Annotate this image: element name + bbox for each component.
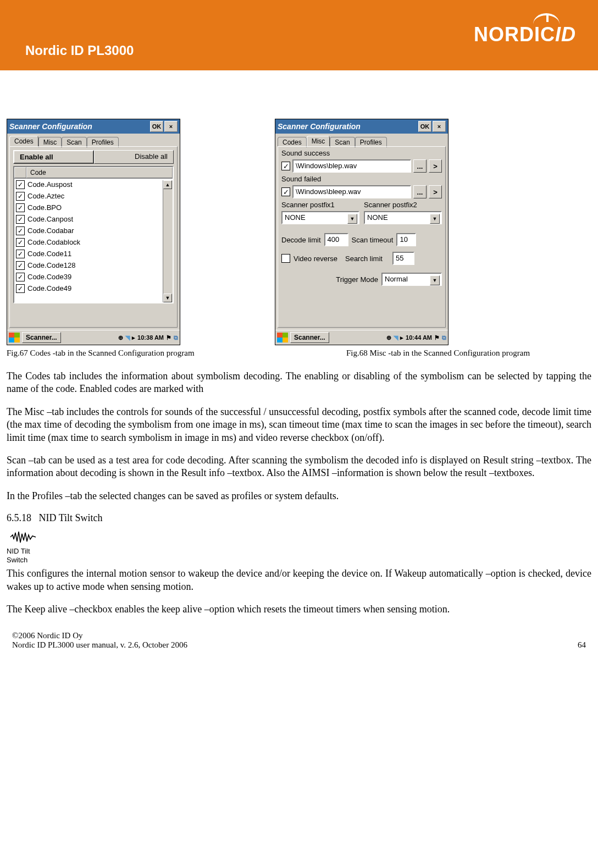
postfix2-select[interactable]: NONE▼ bbox=[364, 211, 442, 224]
browse-button[interactable]: ... bbox=[413, 185, 427, 198]
tray-volume-icon[interactable]: ◥ bbox=[125, 334, 130, 341]
close-button[interactable]: × bbox=[164, 121, 178, 132]
start-icon[interactable] bbox=[277, 333, 288, 342]
list-item[interactable]: ✓Code.Aztec bbox=[14, 190, 173, 202]
waveform-icon bbox=[9, 529, 37, 545]
system-tray: ⊕ ◥ ▸ 10:44 AM ⚑ ⧉ bbox=[386, 334, 446, 341]
code-label: Code.Codablock bbox=[26, 238, 80, 246]
tray-arrow-icon: ▸ bbox=[132, 334, 135, 341]
play-button[interactable]: > bbox=[429, 185, 442, 198]
checkbox-icon[interactable]: ✓ bbox=[16, 180, 25, 189]
paragraph: The Misc –tab includes the controls for … bbox=[7, 406, 591, 444]
tab-codes[interactable]: Codes bbox=[9, 136, 38, 146]
brand-word-a: NORDIC bbox=[474, 23, 555, 46]
scan-timeout-input[interactable]: 10 bbox=[396, 233, 416, 246]
decode-limit-input[interactable]: 400 bbox=[324, 233, 348, 246]
tab-panel-misc: Sound success ✓ \Windows\blep.wav ... > … bbox=[278, 146, 446, 328]
code-label: Code.Canpost bbox=[26, 215, 73, 223]
list-item[interactable]: ✓Code.Codablock bbox=[14, 236, 173, 248]
tray-desktop-icon[interactable]: ⧉ bbox=[174, 334, 178, 341]
list-header-check bbox=[14, 167, 26, 178]
postfix1-select[interactable]: NONE▼ bbox=[281, 211, 359, 224]
sound-success-input[interactable]: \Windows\blep.wav bbox=[292, 159, 411, 173]
tray-desktop-icon[interactable]: ⧉ bbox=[442, 334, 446, 341]
tab-misc[interactable]: Misc bbox=[307, 136, 330, 146]
tab-strip: Codes Misc Scan Profiles bbox=[7, 134, 180, 146]
postfix1-label: Scanner postfix1 bbox=[281, 201, 359, 209]
tray-network-icon[interactable]: ⊕ bbox=[386, 334, 391, 341]
tray-arrow-icon: ▸ bbox=[400, 334, 403, 341]
paragraph: This configures the internal motion sens… bbox=[7, 567, 591, 593]
scroll-down-icon[interactable]: ▼ bbox=[163, 294, 172, 302]
tray-flag-icon[interactable]: ⚑ bbox=[166, 334, 171, 341]
paragraph: Scan –tab can be used as a test area for… bbox=[7, 454, 591, 480]
play-button[interactable]: > bbox=[429, 159, 442, 173]
ok-button[interactable]: OK bbox=[150, 121, 163, 132]
tilt-icon-label-1: NID Tilt bbox=[7, 547, 591, 556]
sound-failed-input[interactable]: \Windows\bleep.wav bbox=[292, 185, 411, 198]
body-text: The Codes tab includes the information a… bbox=[7, 370, 591, 502]
list-item[interactable]: ✓Code.Codabar bbox=[14, 225, 173, 236]
checkbox-icon[interactable]: ✓ bbox=[16, 238, 25, 247]
browse-button[interactable]: ... bbox=[413, 159, 427, 173]
postfix2-label: Scanner postfix2 bbox=[364, 201, 442, 209]
paragraph: The Keep alive –checkbox enables the kee… bbox=[7, 603, 591, 616]
sound-success-label: Sound success bbox=[279, 148, 444, 158]
window-titlebar: Scanner Configuration OK × bbox=[7, 119, 180, 134]
sound-success-checkbox[interactable]: ✓ bbox=[281, 162, 290, 170]
taskbar-app-button[interactable]: Scanner... bbox=[290, 332, 329, 343]
code-label: Code.Aztec bbox=[26, 192, 64, 200]
close-button[interactable]: × bbox=[433, 121, 446, 132]
logo-swoosh-bar-icon bbox=[546, 15, 549, 22]
trigger-mode-select[interactable]: Normal▼ bbox=[381, 273, 442, 286]
checkbox-icon[interactable]: ✓ bbox=[16, 261, 25, 270]
section-heading: 6.5.18 NID Tilt Switch bbox=[7, 512, 591, 524]
checkbox-icon[interactable]: ✓ bbox=[16, 226, 25, 235]
disable-all-button[interactable]: Disable all bbox=[94, 150, 174, 164]
scroll-up-icon[interactable]: ▲ bbox=[163, 180, 172, 189]
enable-all-button[interactable]: Enable all bbox=[13, 150, 94, 164]
checkbox-icon[interactable]: ✓ bbox=[16, 203, 25, 212]
tray-volume-icon[interactable]: ◥ bbox=[394, 334, 398, 341]
list-item[interactable]: ✓Code.BPO bbox=[14, 202, 173, 213]
sound-failed-checkbox[interactable]: ✓ bbox=[281, 187, 290, 196]
checkbox-icon[interactable]: ✓ bbox=[16, 284, 25, 293]
list-item[interactable]: ✓Code.Code11 bbox=[14, 248, 173, 259]
list-item[interactable]: ✓Code.Code128 bbox=[14, 259, 173, 271]
window-title: Scanner Configuration bbox=[278, 122, 417, 131]
code-label: Code.Code11 bbox=[26, 250, 71, 258]
video-reverse-label: Video reverse bbox=[294, 255, 337, 263]
video-reverse-checkbox[interactable] bbox=[281, 254, 290, 263]
brand-logo: NORDICID bbox=[474, 23, 576, 46]
list-item[interactable]: ✓Code.Auspost bbox=[14, 179, 173, 190]
tab-panel-codes: Enable all Disable all Code ✓Code.Auspos… bbox=[9, 146, 178, 328]
body-text: This configures the internal motion sens… bbox=[7, 567, 591, 616]
checkbox-icon[interactable]: ✓ bbox=[16, 192, 25, 201]
system-tray: ⊕ ◥ ▸ 10:38 AM ⚑ ⧉ bbox=[118, 334, 178, 341]
window-title: Scanner Configuration bbox=[9, 122, 149, 131]
section-title: NID Tilt Switch bbox=[39, 512, 103, 523]
scan-timeout-label: Scan timeout bbox=[352, 236, 394, 244]
code-label: Code.Code39 bbox=[26, 273, 71, 281]
codes-listbox[interactable]: Code ✓Code.Auspost ✓Code.Aztec ✓Code.BPO… bbox=[13, 166, 174, 303]
tilt-switch-icon bbox=[7, 527, 40, 547]
scrollbar[interactable]: ▲ ▼ bbox=[163, 180, 173, 302]
list-header: Code bbox=[14, 167, 173, 179]
ok-button[interactable]: OK bbox=[418, 121, 431, 132]
search-limit-input[interactable]: 55 bbox=[392, 252, 414, 265]
screenshot-codes-window: Scanner Configuration OK × Codes Misc Sc… bbox=[7, 119, 180, 345]
checkbox-icon[interactable]: ✓ bbox=[16, 215, 25, 224]
list-item[interactable]: ✓Code.Code39 bbox=[14, 271, 173, 283]
checkbox-icon[interactable]: ✓ bbox=[16, 250, 25, 258]
taskbar: Scanner... ⊕ ◥ ▸ 10:44 AM ⚑ ⧉ bbox=[275, 330, 448, 345]
list-item[interactable]: ✓Code.Canpost bbox=[14, 213, 173, 225]
search-limit-label: Search limit bbox=[345, 255, 383, 263]
document-id: Nordic ID PL3000 user manual, v. 2.6, Oc… bbox=[12, 640, 187, 650]
taskbar-app-button[interactable]: Scanner... bbox=[22, 332, 61, 343]
start-icon[interactable] bbox=[9, 333, 20, 342]
tray-flag-icon[interactable]: ⚑ bbox=[434, 334, 440, 341]
tray-network-icon[interactable]: ⊕ bbox=[118, 334, 123, 341]
list-item[interactable]: ✓Code.Code49 bbox=[14, 283, 173, 294]
paragraph: In the Profiles –tab the selected change… bbox=[7, 490, 591, 502]
checkbox-icon[interactable]: ✓ bbox=[16, 273, 25, 281]
